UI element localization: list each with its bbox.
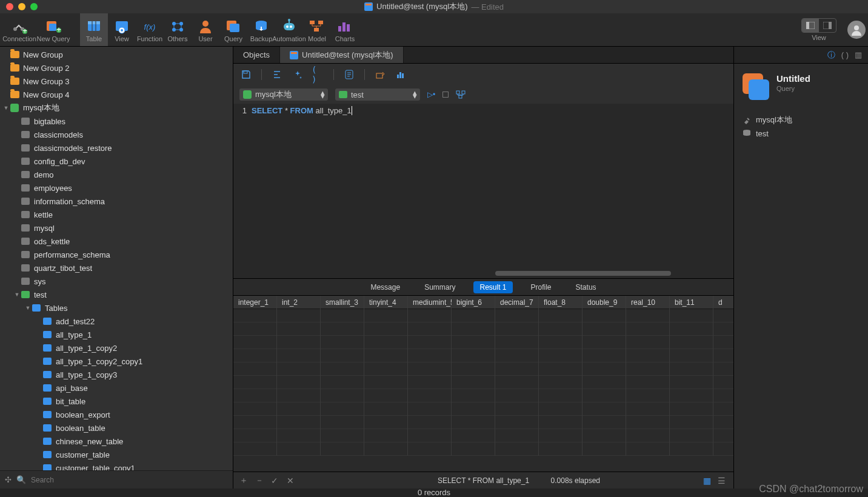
beautify-icon[interactable] <box>291 68 304 81</box>
toolbar-model[interactable]: Model <box>303 13 331 46</box>
tree-table-chinese_new_table[interactable]: chinese_new_table <box>0 435 233 448</box>
grid-cell[interactable] <box>364 376 407 389</box>
grid-cell[interactable] <box>233 402 276 416</box>
grid-cell[interactable] <box>233 349 276 362</box>
grid-cell[interactable] <box>583 416 626 429</box>
grid-cell[interactable] <box>539 362 582 376</box>
grid-cell[interactable] <box>233 429 276 442</box>
grid-cell[interactable] <box>452 349 495 362</box>
grid-cell[interactable] <box>670 376 713 389</box>
grid-cell[interactable] <box>670 416 713 429</box>
grid-cell[interactable] <box>408 416 451 429</box>
grid-cell[interactable] <box>277 416 320 429</box>
grid-cell[interactable] <box>452 416 495 429</box>
stop-button[interactable] <box>442 92 449 98</box>
grid-cell[interactable] <box>713 309 733 322</box>
column-header[interactable]: d <box>713 296 733 309</box>
grid-cell[interactable] <box>364 416 407 429</box>
layout-sidebar-left[interactable] <box>802 19 819 32</box>
grid-cell[interactable] <box>277 362 320 376</box>
grid-cell[interactable] <box>626 429 669 442</box>
grid-cell[interactable] <box>321 336 364 349</box>
toolbar-table[interactable]: Table <box>80 13 108 46</box>
grid-cell[interactable] <box>321 429 364 442</box>
grid-cell[interactable] <box>364 336 407 349</box>
grid-cell[interactable] <box>321 349 364 362</box>
result-tab-message[interactable]: Message <box>364 281 406 293</box>
grid-cell[interactable] <box>408 362 451 376</box>
tree-table-all_type_1_copy2_copy1[interactable]: all_type_1_copy2_copy1 <box>0 355 233 368</box>
tree-table-api_base[interactable]: api_base <box>0 381 233 395</box>
brackets-icon[interactable]: ( ) <box>312 68 325 81</box>
zoom-window[interactable] <box>30 3 38 10</box>
run-button[interactable]: ▷• <box>427 90 435 99</box>
tree-tables-Tables[interactable]: ▼Tables <box>0 301 233 315</box>
editor-scrollbar[interactable] <box>495 271 671 276</box>
info-tab-info-icon[interactable]: ⓘ <box>827 50 835 61</box>
column-header[interactable]: float_8 <box>539 296 582 309</box>
grid-cell[interactable] <box>713 416 733 429</box>
grid-cell[interactable] <box>452 376 495 389</box>
add-row-icon[interactable]: ＋ <box>239 475 249 486</box>
result-tab-profile[interactable]: Profile <box>525 281 558 293</box>
tree-folder-New-Group-3[interactable]: New Group 3 <box>0 75 233 88</box>
export-icon[interactable] <box>373 68 387 81</box>
grid-cell[interactable] <box>364 402 407 416</box>
column-header[interactable]: double_9 <box>583 296 626 309</box>
tree-db-performance_schema[interactable]: performance_schema <box>0 248 233 261</box>
grid-cell[interactable] <box>408 402 451 416</box>
grid-cell[interactable] <box>495 429 538 442</box>
grid-cell[interactable] <box>626 376 669 389</box>
grid-cell[interactable] <box>408 376 451 389</box>
grid-cell[interactable] <box>408 309 451 322</box>
grid-cell[interactable] <box>277 442 320 456</box>
grid-cell[interactable] <box>452 389 495 402</box>
grid-cell[interactable] <box>583 322 626 336</box>
grid-cell[interactable] <box>495 349 538 362</box>
grid-cell[interactable] <box>583 389 626 402</box>
grid-cell[interactable] <box>321 322 364 336</box>
grid-cell[interactable] <box>321 416 364 429</box>
column-header[interactable]: mediumint_5 <box>408 296 451 309</box>
grid-cell[interactable] <box>408 429 451 442</box>
grid-cell[interactable] <box>539 429 582 442</box>
grid-cell[interactable] <box>539 336 582 349</box>
grid-cell[interactable] <box>233 442 276 456</box>
tree-table-all_type_1_copy2[interactable]: all_type_1_copy2 <box>0 341 233 355</box>
tree-db-sys[interactable]: sys <box>0 275 233 288</box>
grid-cell[interactable] <box>626 336 669 349</box>
grid-cell[interactable] <box>539 376 582 389</box>
grid-cell[interactable] <box>539 309 582 322</box>
code-line[interactable]: SELECT * FROM all_type_1 <box>252 104 352 278</box>
grid-cell[interactable] <box>670 389 713 402</box>
tree-table-all_type_1[interactable]: all_type_1 <box>0 328 233 341</box>
grid-cell[interactable] <box>321 309 364 322</box>
grid-cell[interactable] <box>364 309 407 322</box>
grid-cell[interactable] <box>626 322 669 336</box>
grid-cell[interactable] <box>233 389 276 402</box>
grid-cell[interactable] <box>233 322 276 336</box>
grid-cell[interactable] <box>539 322 582 336</box>
tab-query[interactable]: Untitled@test (mysql本地) <box>280 47 403 63</box>
tab-objects[interactable]: Objects <box>233 47 280 63</box>
connection-select[interactable]: mysql本地 ▴▾ <box>239 88 328 101</box>
grid-cell[interactable] <box>539 416 582 429</box>
apply-icon[interactable]: ✓ <box>271 476 281 485</box>
grid-cell[interactable] <box>277 376 320 389</box>
grid-cell[interactable] <box>277 309 320 322</box>
grid-cell[interactable] <box>713 322 733 336</box>
save-icon[interactable] <box>239 68 253 81</box>
grid-cell[interactable] <box>713 429 733 442</box>
grid-view-icon[interactable]: ▦ <box>703 476 713 485</box>
grid-cell[interactable] <box>452 309 495 322</box>
grid-cell[interactable] <box>364 322 407 336</box>
grid-cell[interactable] <box>364 389 407 402</box>
grid-cell[interactable] <box>495 402 538 416</box>
grid-cell[interactable] <box>364 429 407 442</box>
layout-sidebar-right[interactable] <box>819 19 836 32</box>
grid-cell[interactable] <box>626 362 669 376</box>
tree-table-customer_table_copy1[interactable]: customer_table_copy1 <box>0 461 233 470</box>
grid-cell[interactable] <box>713 349 733 362</box>
tree-db-kettle[interactable]: kettle <box>0 208 233 221</box>
grid-cell[interactable] <box>277 429 320 442</box>
